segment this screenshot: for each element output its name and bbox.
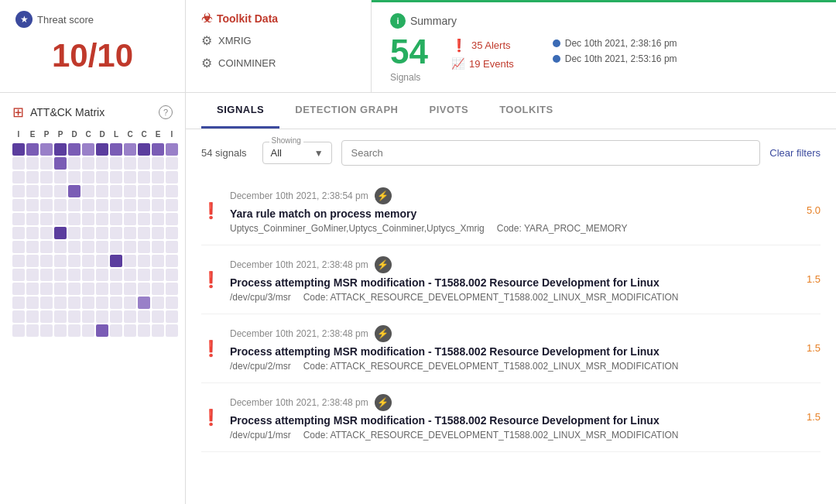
matrix-cell bbox=[54, 255, 67, 267]
matrix-cell bbox=[96, 171, 108, 183]
matrix-cell bbox=[68, 310, 81, 323]
events-count: 📈 19 Events bbox=[451, 57, 514, 70]
matrix-cell bbox=[152, 241, 164, 253]
lightning-icon: ⚡ bbox=[375, 394, 392, 411]
matrix-cell bbox=[40, 269, 53, 281]
toolkit-item-xmrig: ⚙ XMRIG bbox=[201, 33, 355, 48]
matrix-cell bbox=[82, 143, 94, 156]
matrix-cell bbox=[138, 324, 150, 337]
matrix-cell bbox=[82, 283, 94, 295]
matrix-cell bbox=[166, 199, 178, 211]
matrix-cell bbox=[96, 213, 108, 225]
matrix-cell bbox=[166, 310, 178, 323]
summary-panel: i Summary 54 Signals ❗ 35 Alerts 📈 19 Ev… bbox=[372, 0, 836, 92]
matrix-cell bbox=[166, 241, 178, 253]
showing-dropdown[interactable]: Showing All ▼ bbox=[262, 142, 332, 164]
matrix-row bbox=[12, 269, 173, 281]
matrix-cell bbox=[152, 310, 164, 323]
matrix-cell bbox=[26, 185, 39, 197]
matrix-cell bbox=[152, 269, 164, 281]
matrix-cell bbox=[166, 255, 178, 267]
time-start: Dec 10th 2021, 2:38:16 pm bbox=[553, 38, 677, 49]
matrix-row bbox=[12, 297, 173, 309]
signal-main: December 10th 2021, 2:38:48 pm ⚡ Process… bbox=[230, 325, 790, 372]
matrix-cell bbox=[96, 310, 108, 323]
matrix-cell bbox=[82, 171, 94, 183]
signal-item[interactable]: ❗ December 10th 2021, 2:38:48 pm ⚡ Proce… bbox=[201, 314, 821, 383]
signal-code: Code: ATTACK_RESOURCE_DEVELOPMENT_T1588.… bbox=[303, 430, 679, 441]
matrix-row bbox=[12, 185, 173, 197]
threat-score-panel: ★ Threat score 10/10 bbox=[0, 0, 186, 92]
signal-item[interactable]: ❗ December 10th 2021, 2:38:48 pm ⚡ Proce… bbox=[201, 383, 821, 452]
matrix-cell bbox=[68, 157, 81, 170]
matrix-row bbox=[12, 171, 173, 183]
signals-count-label: 54 signals bbox=[201, 147, 247, 159]
signal-meta: December 10th 2021, 2:38:48 pm ⚡ bbox=[230, 256, 790, 273]
matrix-row bbox=[12, 157, 173, 170]
toolkit-panel: ☣ Toolkit Data ⚙ XMRIG ⚙ COINMINER bbox=[186, 0, 372, 92]
tab-pivots[interactable]: PIVOTS bbox=[413, 93, 484, 129]
matrix-cell bbox=[110, 227, 122, 239]
matrix-cell bbox=[12, 157, 25, 170]
time-end: Dec 10th 2021, 2:53:16 pm bbox=[553, 53, 677, 64]
signal-meta: December 10th 2021, 2:38:54 pm ⚡ bbox=[230, 187, 790, 204]
matrix-cell bbox=[40, 283, 53, 295]
tab-signals[interactable]: SIGNALS bbox=[201, 93, 279, 129]
matrix-cell bbox=[54, 283, 67, 295]
matrix-cell bbox=[82, 269, 94, 281]
matrix-cell bbox=[124, 297, 136, 309]
matrix-cell bbox=[138, 143, 150, 156]
matrix-cell bbox=[26, 241, 39, 253]
matrix-cell bbox=[40, 185, 53, 197]
matrix-cell bbox=[166, 143, 178, 156]
signal-item[interactable]: ❗ December 10th 2021, 2:38:54 pm ⚡ Yara … bbox=[201, 177, 821, 245]
matrix-cell bbox=[110, 143, 122, 156]
matrix-cell bbox=[54, 310, 67, 323]
matrix-cell bbox=[26, 283, 39, 295]
matrix-cell bbox=[124, 171, 136, 183]
star-icon: ★ bbox=[15, 11, 33, 28]
matrix-cell bbox=[40, 199, 53, 211]
matrix-cell bbox=[152, 255, 164, 267]
matrix-cell bbox=[152, 143, 164, 156]
matrix-cell bbox=[110, 185, 122, 197]
bug-icon-2: ⚙ bbox=[201, 56, 212, 70]
signal-time: December 10th 2021, 2:38:48 pm bbox=[230, 397, 368, 408]
matrix-cell bbox=[68, 171, 81, 183]
matrix-header: I E P P D C D L C C E I bbox=[12, 130, 173, 139]
matrix-grid bbox=[12, 143, 173, 337]
matrix-cell bbox=[152, 171, 164, 183]
matrix-cell bbox=[12, 269, 25, 281]
signal-code: Code: ATTACK_RESOURCE_DEVELOPMENT_T1588.… bbox=[303, 361, 679, 372]
tab-toolkits[interactable]: TOOLKITS bbox=[484, 93, 568, 129]
matrix-cell bbox=[54, 269, 67, 281]
matrix-cell bbox=[26, 269, 39, 281]
signal-item[interactable]: ❗ December 10th 2021, 2:38:48 pm ⚡ Proce… bbox=[201, 245, 821, 314]
matrix-cell bbox=[124, 143, 136, 156]
showing-label: Showing bbox=[269, 136, 303, 145]
matrix-cell bbox=[54, 171, 67, 183]
matrix-cell bbox=[152, 213, 164, 225]
matrix-cell bbox=[12, 283, 25, 295]
clear-filters-button[interactable]: Clear filters bbox=[769, 147, 821, 159]
matrix-cell bbox=[96, 185, 108, 197]
matrix-cell bbox=[124, 227, 136, 239]
search-input[interactable] bbox=[341, 140, 761, 166]
matrix-cell bbox=[152, 185, 164, 197]
matrix-cell bbox=[166, 213, 178, 225]
help-icon[interactable]: ? bbox=[159, 105, 173, 119]
matrix-cell bbox=[54, 297, 67, 309]
matrix-cell bbox=[68, 143, 81, 156]
matrix-cell bbox=[40, 310, 53, 323]
right-panel[interactable]: SIGNALS DETECTION GRAPH PIVOTS TOOLKITS … bbox=[186, 93, 836, 504]
matrix-cell bbox=[26, 324, 39, 337]
matrix-cell bbox=[82, 310, 94, 323]
matrix-cell bbox=[26, 297, 39, 309]
tab-detection-graph[interactable]: DETECTION GRAPH bbox=[279, 93, 413, 129]
signals-count: 54 bbox=[390, 35, 428, 69]
matrix-cell bbox=[54, 213, 67, 225]
matrix-cell bbox=[124, 157, 136, 170]
signal-time: December 10th 2021, 2:38:48 pm bbox=[230, 259, 368, 270]
signal-title: Process attempting MSR modification - T1… bbox=[230, 345, 790, 358]
matrix-cell bbox=[138, 185, 150, 197]
